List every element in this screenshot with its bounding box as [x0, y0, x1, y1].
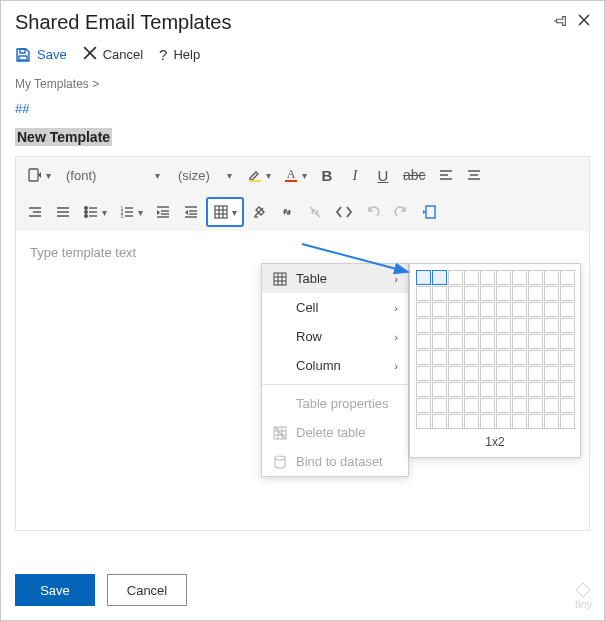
grid-cell[interactable]: [496, 414, 511, 429]
grid-cell[interactable]: [528, 366, 543, 381]
grid-cell[interactable]: [528, 270, 543, 285]
grid-cell[interactable]: [496, 366, 511, 381]
align-left-button[interactable]: [433, 161, 459, 189]
footer-save-button[interactable]: Save: [15, 574, 95, 606]
grid-cell[interactable]: [432, 366, 447, 381]
grid-cell[interactable]: [448, 302, 463, 317]
grid-cell[interactable]: [448, 334, 463, 349]
pin-icon[interactable]: [554, 14, 568, 31]
grid-cell[interactable]: [560, 398, 575, 413]
grid-cell[interactable]: [544, 350, 559, 365]
grid-cell[interactable]: [464, 366, 479, 381]
macro-button[interactable]: ▾: [22, 161, 56, 189]
grid-cell[interactable]: [544, 398, 559, 413]
grid-cell[interactable]: [528, 414, 543, 429]
align-right-button[interactable]: [22, 198, 48, 226]
grid-cell[interactable]: [496, 334, 511, 349]
grid-cell[interactable]: [544, 414, 559, 429]
grid-cell[interactable]: [464, 382, 479, 397]
grid-cell[interactable]: [464, 302, 479, 317]
insert-link-button[interactable]: [274, 198, 300, 226]
grid-cell[interactable]: [528, 286, 543, 301]
code-view-button[interactable]: [330, 198, 358, 226]
grid-cell[interactable]: [528, 334, 543, 349]
grid-cell[interactable]: [432, 334, 447, 349]
grid-cell[interactable]: [528, 350, 543, 365]
italic-button[interactable]: I: [342, 161, 368, 189]
grid-cell[interactable]: [560, 414, 575, 429]
grid-cell[interactable]: [512, 382, 527, 397]
grid-cell[interactable]: [464, 350, 479, 365]
grid-cell[interactable]: [560, 334, 575, 349]
grid-cell[interactable]: [480, 318, 495, 333]
grid-cell[interactable]: [416, 366, 431, 381]
grid-cell[interactable]: [416, 414, 431, 429]
bullet-list-button[interactable]: ▾: [78, 198, 112, 226]
grid-cell[interactable]: [512, 350, 527, 365]
numbered-list-button[interactable]: 1 2 3 ▾: [114, 198, 148, 226]
grid-cell[interactable]: [416, 286, 431, 301]
grid-cell[interactable]: [560, 318, 575, 333]
redo-button[interactable]: [388, 198, 414, 226]
grid-cell[interactable]: [512, 302, 527, 317]
font-family-select[interactable]: (font) ▾: [58, 161, 168, 189]
menu-item-table[interactable]: Table ›: [262, 264, 408, 293]
grid-cell[interactable]: [416, 382, 431, 397]
indent-decrease-button[interactable]: [178, 198, 204, 226]
table-button[interactable]: ▾: [206, 197, 244, 227]
grid-cell[interactable]: [528, 382, 543, 397]
grid-cell[interactable]: [496, 286, 511, 301]
grid-cell[interactable]: [544, 270, 559, 285]
grid-cell[interactable]: [480, 334, 495, 349]
font-size-select[interactable]: (size) ▾: [170, 161, 240, 189]
grid-cell[interactable]: [480, 350, 495, 365]
close-icon[interactable]: [578, 14, 590, 31]
grid-cell[interactable]: [512, 398, 527, 413]
strikethrough-button[interactable]: abc: [398, 161, 431, 189]
grid-cell[interactable]: [544, 366, 559, 381]
grid-cell[interactable]: [464, 398, 479, 413]
save-action[interactable]: Save: [15, 47, 67, 63]
grid-cell[interactable]: [560, 302, 575, 317]
align-center-button[interactable]: [461, 161, 487, 189]
align-justify-button[interactable]: [50, 198, 76, 226]
grid-cell[interactable]: [464, 270, 479, 285]
grid-cell[interactable]: [448, 414, 463, 429]
grid-cell[interactable]: [560, 350, 575, 365]
grid-cell[interactable]: [448, 398, 463, 413]
help-action[interactable]: ? Help: [159, 46, 200, 63]
template-name-field[interactable]: New Template: [15, 128, 112, 146]
grid-cell[interactable]: [464, 286, 479, 301]
grid-cell[interactable]: [432, 270, 447, 285]
grid-cell[interactable]: [528, 398, 543, 413]
grid-cell[interactable]: [480, 398, 495, 413]
grid-cell[interactable]: [416, 334, 431, 349]
grid-cell[interactable]: [544, 334, 559, 349]
grid-cell[interactable]: [416, 302, 431, 317]
grid-cell[interactable]: [448, 318, 463, 333]
grid-cell[interactable]: [464, 334, 479, 349]
grid-cell[interactable]: [544, 302, 559, 317]
grid-cell[interactable]: [480, 270, 495, 285]
menu-item-row[interactable]: Row ›: [262, 322, 408, 351]
grid-cell[interactable]: [512, 286, 527, 301]
grid-cell[interactable]: [496, 318, 511, 333]
grid-cell[interactable]: [544, 286, 559, 301]
font-color-button[interactable]: A ▾: [278, 161, 312, 189]
hash-marker[interactable]: ##: [1, 101, 604, 128]
grid-cell[interactable]: [528, 302, 543, 317]
grid-cell[interactable]: [448, 350, 463, 365]
grid-picker-cells[interactable]: [416, 270, 574, 429]
grid-cell[interactable]: [416, 350, 431, 365]
bold-button[interactable]: B: [314, 161, 340, 189]
footer-cancel-button[interactable]: Cancel: [107, 574, 187, 606]
grid-cell[interactable]: [560, 366, 575, 381]
grid-cell[interactable]: [544, 382, 559, 397]
grid-cell[interactable]: [496, 350, 511, 365]
grid-cell[interactable]: [496, 382, 511, 397]
grid-cell[interactable]: [560, 270, 575, 285]
grid-cell[interactable]: [432, 382, 447, 397]
breadcrumb[interactable]: My Templates >: [1, 77, 604, 101]
grid-cell[interactable]: [512, 414, 527, 429]
grid-cell[interactable]: [544, 318, 559, 333]
